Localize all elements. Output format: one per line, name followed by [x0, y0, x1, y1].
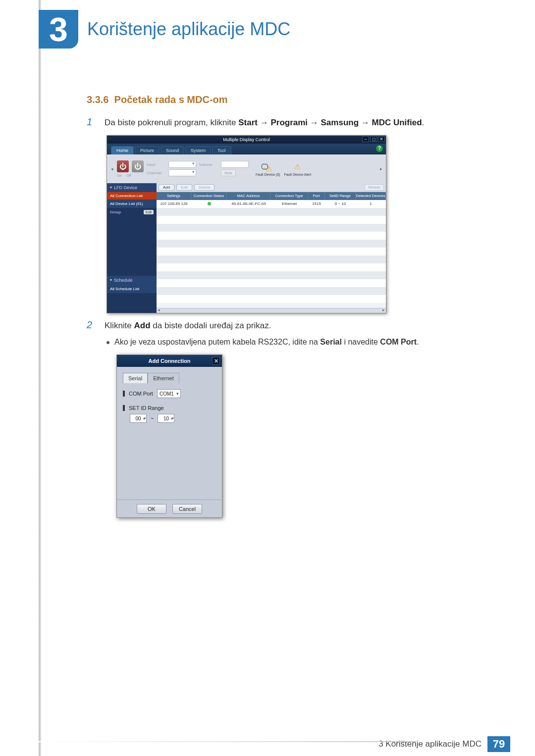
cancel-button[interactable]: Cancel: [172, 504, 202, 514]
t: →: [359, 118, 372, 127]
t: da biste dodali uređaj za prikaz.: [151, 321, 271, 330]
input-label: Input: [147, 162, 166, 167]
kw: Start: [238, 118, 258, 127]
chapter-number: 3: [39, 10, 78, 49]
col-port: Port: [308, 192, 325, 200]
maximize-button[interactable]: ◻: [370, 136, 377, 142]
kw: COM Port: [380, 338, 417, 346]
cell-sid: 0 ~ 10: [325, 202, 356, 206]
volume-label: Volume: [199, 162, 219, 167]
power-on-icon[interactable]: ⏻: [117, 160, 129, 172]
all-device-list[interactable]: All Device List (01): [107, 200, 157, 208]
dialog-title: Add Connection: [149, 358, 191, 364]
section-heading: 3.3.6 Početak rada s MDC-om: [87, 94, 490, 105]
table-body: 107.108.89.126 40-61-86-4E-FC-65 Etherne…: [157, 200, 386, 308]
scroll-right-icon[interactable]: ▸: [379, 166, 383, 171]
bullet-text: Ako je veza uspostavljena putem kabela R…: [114, 338, 419, 347]
setid-to-stepper[interactable]: 10: [158, 414, 174, 423]
dialog-tabs: Serial Ethernet: [123, 373, 216, 383]
mute-button[interactable]: Mute: [221, 169, 236, 176]
add-button[interactable]: Add: [159, 184, 174, 191]
step-1: 1 Da biste pokrenuli program, kliknite S…: [87, 116, 490, 129]
setid-sep: ~: [151, 415, 154, 421]
setid-from-stepper[interactable]: 00: [130, 414, 147, 423]
footer-divider: [39, 741, 416, 742]
edit-button[interactable]: Edit: [176, 184, 192, 191]
mdc-titlebar: Multiple Display Control – ◻ ✕: [107, 136, 386, 144]
all-connection-list[interactable]: All Connection List: [107, 192, 157, 200]
bullet-dot-icon: [107, 341, 109, 344]
page-number: 79: [487, 736, 510, 752]
t: Ako je veza uspostavljena putem kabela R…: [114, 338, 320, 346]
ok-button[interactable]: OK: [137, 504, 166, 514]
marker-icon: [123, 391, 125, 397]
t: →: [258, 118, 270, 127]
all-schedule-list[interactable]: All Schedule List: [107, 285, 157, 293]
group-edit-button[interactable]: Edit: [144, 210, 154, 214]
tab-home[interactable]: Home: [111, 146, 134, 154]
com-port-select[interactable]: COM1: [157, 389, 181, 398]
t: Kliknite: [105, 321, 134, 330]
dialog-footer: OK Cancel: [117, 500, 222, 517]
kw: Samsung: [321, 118, 359, 127]
mdc-screenshot: Multiple Display Control – ◻ ✕ Home Pict…: [107, 135, 386, 313]
horizontal-scrollbar[interactable]: [157, 308, 386, 313]
tab-sound[interactable]: Sound: [160, 146, 184, 154]
footer-text: 3 Korištenje aplikacije MDC: [378, 739, 482, 749]
channel-select[interactable]: [168, 169, 196, 176]
refresh-button[interactable]: Refresh: [365, 184, 384, 191]
fault-device-icon[interactable]: 🖵⚠: [262, 161, 274, 172]
window-buttons: – ◻ ✕: [362, 136, 385, 142]
t: .: [422, 118, 425, 127]
scroll-left-icon[interactable]: ◂: [110, 166, 114, 171]
tab-picture[interactable]: Picture: [135, 146, 160, 154]
dialog-close-button[interactable]: ✕: [212, 357, 220, 365]
minimize-button[interactable]: –: [362, 136, 369, 142]
content: 3.3.6 Početak rada s MDC-om 1 Da biste p…: [87, 94, 490, 518]
cell-detected: 1: [356, 202, 386, 206]
input-select[interactable]: [168, 161, 196, 168]
on-label: On: [117, 174, 121, 177]
t: Da biste pokrenuli program, kliknite: [105, 118, 238, 127]
step2-text: Kliknite Add da biste dodali uređaj za p…: [105, 319, 271, 332]
add-connection-dialog: Add Connection ✕ Serial Ethernet COM Por…: [116, 354, 222, 518]
fault-alert-icon[interactable]: ⚠: [291, 161, 304, 172]
power-off-icon[interactable]: ⏻: [132, 160, 144, 172]
cell-type: Ethernet: [270, 202, 308, 206]
channel-label: Channel: [147, 171, 166, 175]
schedule-header[interactable]: Schedule: [107, 276, 157, 285]
close-button[interactable]: ✕: [378, 136, 385, 142]
t: →: [308, 118, 321, 127]
mdc-main: Add Edit Delete Refresh Settings Connect…: [157, 183, 386, 313]
col-detected: Detected Devices: [356, 192, 386, 200]
volume-slider[interactable]: [221, 161, 249, 168]
tab-tool[interactable]: Tool: [212, 146, 231, 154]
status-dot-icon: [208, 202, 211, 205]
help-icon[interactable]: ?: [376, 145, 383, 152]
lfd-device-header[interactable]: LFD Device: [107, 183, 157, 192]
section-number: 3.3.6: [87, 94, 108, 105]
bullet-1: Ako je veza uspostavljena putem kabela R…: [107, 338, 490, 347]
col-setid: SetID Range: [325, 192, 356, 200]
kw: Add: [134, 321, 151, 330]
col-mac: MAC Address: [227, 192, 270, 200]
kw: MDC Unified: [372, 118, 422, 127]
t: .: [417, 338, 419, 346]
t: i navedite: [342, 338, 380, 346]
mdc-tabs: Home Picture Sound System Tool ?: [107, 144, 386, 154]
tab-serial[interactable]: Serial: [123, 373, 148, 383]
chapter-title: Korištenje aplikacije MDC: [87, 19, 290, 40]
tab-system[interactable]: System: [185, 146, 211, 154]
fault-alert-label: Fault Device Alert: [284, 173, 311, 176]
table-header: Settings Connection Status MAC Address C…: [157, 192, 386, 200]
cell-mac: 40-61-86-4E-FC-65: [227, 202, 270, 206]
chapter-header: 3 Korištenje aplikacije MDC: [39, 10, 290, 49]
group-row: Group Edit: [107, 208, 157, 216]
kw: Programi: [270, 118, 308, 127]
table-row[interactable]: 107.108.89.126 40-61-86-4E-FC-65 Etherne…: [157, 200, 386, 208]
marker-icon: [123, 405, 125, 411]
tab-ethernet[interactable]: Ethernet: [148, 373, 179, 383]
delete-button[interactable]: Delete: [194, 184, 214, 191]
step1-number: 1: [87, 116, 98, 129]
dialog-titlebar: Add Connection ✕: [117, 355, 222, 367]
